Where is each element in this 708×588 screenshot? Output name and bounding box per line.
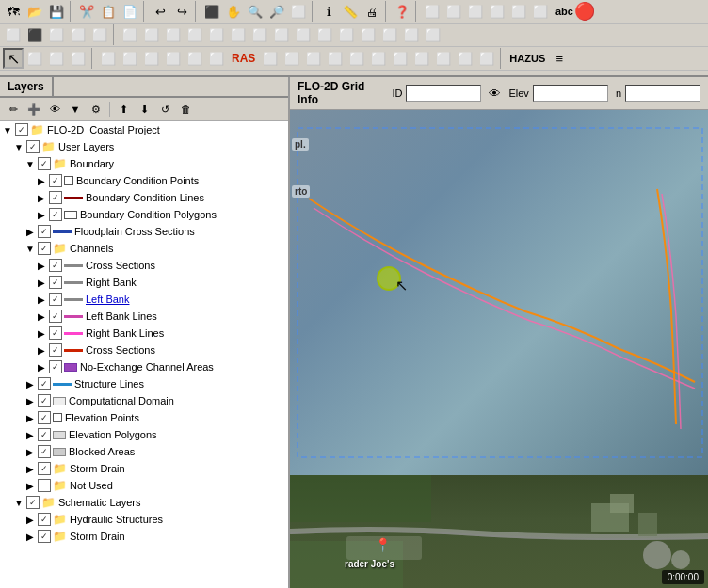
elev-polygons-check[interactable] — [38, 428, 51, 441]
not-used-expand[interactable]: ▶ — [24, 480, 36, 491]
cut-btn[interactable]: ✂️ — [76, 1, 97, 22]
r3-btn3[interactable]: ⬜ — [46, 48, 67, 69]
boundary-item[interactable]: ▼ 📁 Boundary — [23, 155, 288, 172]
layers-section-header[interactable]: Layers — [0, 77, 54, 96]
r3-btn18[interactable]: ⬜ — [411, 48, 432, 69]
hydraulic-structures-check[interactable] — [38, 513, 51, 526]
elev-points-expand[interactable]: ▶ — [24, 412, 36, 423]
blocked-areas-check[interactable] — [38, 445, 51, 458]
new-btn[interactable]: 🗺 — [3, 1, 24, 22]
bc-points-check[interactable] — [49, 174, 62, 187]
r3-btn16[interactable]: ⬜ — [368, 48, 389, 69]
bc-polygons-item[interactable]: ▶ Boundary Condition Polygons — [34, 206, 288, 223]
floodplain-xs-check[interactable] — [38, 225, 51, 238]
r3-btn10[interactable]: ⬜ — [206, 48, 227, 69]
remove-btn[interactable]: 🗑 — [176, 100, 195, 119]
bc-polygons-check[interactable] — [49, 208, 62, 221]
print-btn[interactable]: 🖨 — [362, 1, 382, 22]
move-up-btn[interactable]: ⬆ — [114, 100, 133, 119]
boundary-check[interactable] — [38, 157, 51, 170]
floodplain-xs-item[interactable]: ▶ Floodplain Cross Sections — [23, 223, 288, 240]
zoom-in-btn[interactable]: 🔍 — [245, 1, 266, 22]
elev-points-item[interactable]: ▶ Elevation Points — [23, 409, 288, 426]
comp-domain-check[interactable] — [38, 394, 51, 407]
left-bank-lines-item[interactable]: ▶ Left Bank Lines — [34, 308, 288, 325]
layer-opt-btn[interactable]: ⚙ — [87, 100, 105, 119]
r2-btn14[interactable]: ⬜ — [293, 24, 314, 45]
bc-lines-expand[interactable]: ▶ — [36, 192, 47, 203]
measure-btn[interactable]: 📏 — [340, 1, 361, 22]
bc-points-item[interactable]: ▶ Boundary Condition Points — [34, 172, 288, 189]
r2-btn8[interactable]: ⬜ — [163, 24, 184, 45]
blocked-areas-item[interactable]: ▶ Blocked Areas — [23, 443, 288, 460]
right-bank-item[interactable]: ▶ Right Bank — [34, 274, 288, 291]
r3-last-btn[interactable]: ≡ — [549, 48, 570, 69]
r3-btn19[interactable]: ⬜ — [433, 48, 454, 69]
map-bottom[interactable]: rader Joe's 📍 0:00:00 — [290, 475, 708, 588]
r2-btn1[interactable]: ⬜ — [3, 24, 24, 45]
add-layer-btn[interactable]: ➕ — [24, 100, 43, 119]
redo-btn[interactable]: ↪ — [171, 1, 192, 22]
root-item[interactable]: ▼ 📁 FLO-2D_Coastal Project — [0, 121, 288, 138]
elev-polygons-item[interactable]: ▶ Elevation Polygons — [23, 426, 288, 443]
r2-btn5[interactable]: ⬜ — [89, 24, 110, 45]
bc-points-expand[interactable]: ▶ — [36, 175, 47, 186]
edit-layer-btn[interactable]: ✏ — [4, 100, 23, 119]
extra3-btn[interactable]: ⬜ — [465, 1, 486, 22]
storm-drain2-expand[interactable]: ▶ — [24, 531, 36, 542]
cross-sections-expand[interactable]: ▶ — [36, 260, 47, 271]
r2-btn6[interactable]: ⬜ — [120, 24, 140, 45]
r2-btn7[interactable]: ⬜ — [141, 24, 162, 45]
last-btn[interactable]: 🔴 — [574, 1, 595, 22]
open-btn[interactable]: 📂 — [24, 1, 45, 22]
r2-btn20[interactable]: ⬜ — [423, 24, 443, 45]
right-bank-lines-item[interactable]: ▶ Right Bank Lines — [34, 325, 288, 342]
schematic-layers-check[interactable] — [26, 496, 40, 509]
left-bank-item[interactable]: ▶ Left Bank — [34, 291, 288, 308]
copy-btn[interactable]: 📋 — [98, 1, 119, 22]
id-input[interactable] — [406, 85, 481, 102]
pan-btn[interactable]: ✋ — [223, 1, 244, 22]
left-bank-check[interactable] — [49, 293, 62, 306]
r3-btn5[interactable]: ⬜ — [98, 48, 119, 69]
r3-btn15[interactable]: ⬜ — [346, 48, 367, 69]
bc-lines-check[interactable] — [49, 191, 62, 204]
r3-btn8[interactable]: ⬜ — [163, 48, 184, 69]
extra5-btn[interactable]: ⬜ — [508, 1, 529, 22]
right-bank-check[interactable] — [49, 276, 62, 289]
structure-lines-item[interactable]: ▶ Structure Lines — [23, 375, 288, 392]
comp-domain-expand[interactable]: ▶ — [24, 395, 36, 406]
refresh-btn[interactable]: ↺ — [155, 100, 174, 119]
no-exchange-check[interactable] — [49, 360, 62, 373]
r2-btn10[interactable]: ⬜ — [206, 24, 227, 45]
floodplain-xs-expand[interactable]: ▶ — [24, 226, 36, 237]
r2-btn13[interactable]: ⬜ — [271, 24, 292, 45]
paste-btn[interactable]: 📄 — [120, 1, 140, 22]
r2-btn3[interactable]: ⬜ — [46, 24, 67, 45]
schematic-layers-expand[interactable]: ▼ — [13, 497, 24, 508]
structure-lines-check[interactable] — [38, 377, 51, 390]
r3-btn11[interactable]: ⬜ — [260, 48, 281, 69]
elev-polygons-expand[interactable]: ▶ — [24, 429, 36, 440]
r2-btn18[interactable]: ⬜ — [379, 24, 400, 45]
r3-btn14[interactable]: ⬜ — [325, 48, 346, 69]
r3-btn6[interactable]: ⬜ — [120, 48, 140, 69]
user-layers-check[interactable] — [26, 140, 40, 153]
hydraulic-structures-item[interactable]: ▶ 📁 Hydraulic Structures — [23, 511, 288, 528]
comp-domain-item[interactable]: ▶ Computational Domain — [23, 392, 288, 409]
cross-sections-item[interactable]: ▶ Cross Sections — [34, 257, 288, 274]
channels-expand[interactable]: ▼ — [24, 243, 36, 254]
root-check[interactable] — [15, 123, 28, 136]
storm-drain2-check[interactable] — [38, 530, 51, 543]
map-top[interactable]: ↖ pl. rto — [290, 110, 708, 475]
root-expand[interactable]: ▼ — [2, 124, 13, 135]
extra1-btn[interactable]: ⬜ — [422, 1, 442, 22]
eye-layer-btn[interactable]: 👁 — [45, 100, 64, 119]
storm-drain-check[interactable] — [38, 462, 51, 475]
not-used-check[interactable] — [38, 479, 51, 492]
user-layers-expand[interactable]: ▼ — [13, 141, 24, 152]
zoom-full-btn[interactable]: ⬜ — [288, 1, 309, 22]
left-bank-lines-check[interactable] — [49, 310, 62, 323]
save-btn[interactable]: 💾 — [46, 1, 67, 22]
r3-btn9[interactable]: ⬜ — [185, 48, 205, 69]
